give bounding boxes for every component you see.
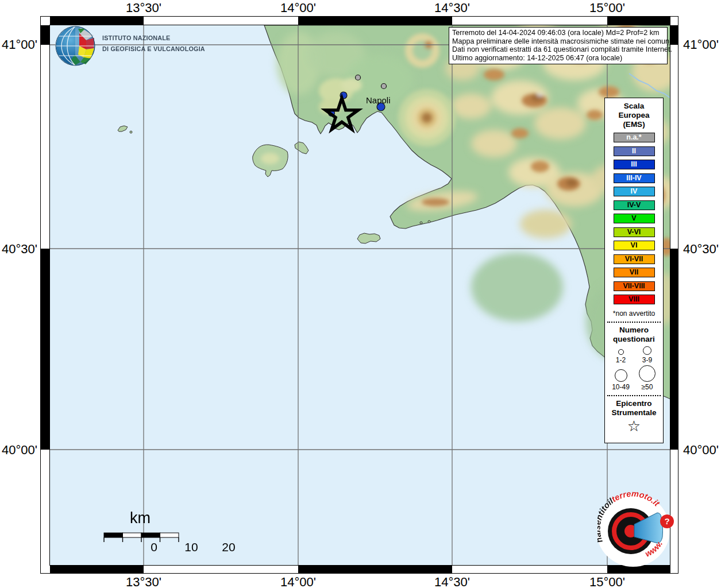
frame-segment (670, 25, 678, 45)
questionnaire-size-label: ≥50 (642, 383, 653, 391)
frame-segment (607, 17, 670, 25)
legend-title-line: Scala (624, 102, 644, 111)
frame-segment (298, 566, 452, 574)
axis-label-right: 41°00' (683, 37, 719, 52)
legend-footnote: *non avvertito (613, 310, 655, 318)
info-line: Terremoto del 14-04-2024 09:46:03 (ora l… (452, 29, 665, 37)
frame-segment (50, 17, 144, 25)
legend-title-line: (EMS) (623, 120, 645, 129)
ems-swatch: V-VI (614, 227, 655, 237)
map-canvas (50, 25, 670, 566)
questionnaire-size-label: 3-9 (642, 356, 652, 364)
epicenter-title-line: Epicentro (616, 399, 651, 408)
ems-swatch: n.a.* (614, 133, 655, 142)
question-mark: ? (664, 516, 669, 526)
ems-swatch: V (614, 214, 655, 223)
axis-label-bottom: 14°30' (434, 575, 470, 588)
axis-label-bottom: 14°00' (280, 575, 316, 588)
observation-dot-na (381, 84, 387, 89)
ingv-logo-globe (56, 26, 95, 65)
ems-swatch: IV (614, 187, 655, 196)
frame-segment (670, 249, 678, 450)
frame-segment (41, 249, 50, 450)
scale-bar-tick: 10 (184, 540, 198, 554)
ems-swatch: VI-VII (614, 254, 655, 264)
legend-separator (607, 322, 661, 323)
axis-label-left: 40°30' (1, 242, 37, 257)
scale-bar-tick: 20 (222, 540, 235, 554)
axis-label-right: 40°30' (683, 242, 719, 257)
observation-dot-na (356, 75, 361, 80)
ems-swatch: IV-V (614, 200, 655, 210)
islet (420, 222, 422, 224)
ems-swatch: VII-VIII (614, 281, 655, 291)
info-line: Dati non verificati estratti da 61 quest… (452, 45, 665, 54)
haisentito-logo: ? haisentitoilterremoto.it www. (597, 490, 678, 571)
frame-segment (298, 17, 452, 25)
questionnaire-size-label: 1-2 (616, 356, 626, 364)
legend-separator (607, 395, 661, 396)
questionnaire-title-line: questionari (613, 335, 655, 344)
ems-swatch: III-IV (614, 173, 655, 183)
frame-segment (41, 25, 50, 45)
ems-swatch-list: n.a.*IIIIIIII-IVIVIV-VVV-VIVIVI-VIIVIIVI… (614, 133, 655, 308)
legend-panel: Scala Europea (EMS) n.a.*IIIIIIII-IVIVIV… (604, 98, 664, 443)
ems-swatch: III (614, 160, 655, 169)
ems-swatch: VII (614, 268, 655, 277)
ingv-logo-line1: ISTITUTO NAZIONALE (102, 34, 170, 42)
axis-label-top: 14°00' (280, 1, 316, 16)
questionnaire-size-label: 10-49 (612, 383, 630, 391)
axis-label-top: 13°30' (126, 1, 161, 16)
info-line: Mappa preliminare delle intensità macros… (452, 37, 665, 46)
questionnaire-title-line: Numero (619, 326, 649, 335)
macroseismic-map-page: ISTITUTO NAZIONALE DI GEOFISICA E VULCAN… (0, 0, 721, 588)
islet (428, 220, 430, 223)
event-info-box: Terremoto del 14-04-2024 09:46:03 (ora l… (449, 27, 668, 64)
questionnaire-size-circle (618, 349, 624, 355)
ischia-terrain (261, 153, 279, 164)
ems-swatch: VIII (614, 295, 655, 304)
info-line: Ultimo aggiornamento: 14-12-2025 06:47 (… (452, 54, 665, 63)
axis-label-left: 40°00' (1, 443, 37, 458)
axis-label-bottom: 13°30' (126, 575, 161, 588)
axis-label-left: 41°00' (1, 37, 37, 52)
questionnaire-grid: 1-23-910-49≥50 (608, 346, 661, 391)
ems-swatch: II (614, 146, 655, 156)
axis-label-top: 15°00' (589, 1, 625, 16)
scale-bar-unit: km (130, 509, 151, 527)
axis-label-bottom: 15°00' (589, 575, 625, 588)
ems-swatch: VI (614, 241, 655, 250)
axis-label-top: 14°30' (434, 1, 470, 16)
axis-label-right: 40°00' (683, 443, 719, 458)
ingv-logo-line2: DI GEOFISICA E VULCANOLOGIA (102, 45, 205, 53)
legend-title-line: Europea (618, 111, 649, 120)
roccamonfina-volcano (405, 33, 439, 68)
frame-segment (50, 566, 144, 574)
epicenter-title-line: Strumentale (611, 408, 656, 417)
scale-bar-tick: 0 (151, 540, 157, 554)
questionnaire-size-circle (643, 346, 651, 355)
city-label-napoli: Napoli (366, 95, 391, 105)
epicenter-star-icon: ☆ (627, 419, 641, 434)
vesuvius-volcano (398, 89, 456, 146)
questionnaire-size-circle (615, 369, 627, 382)
questionnaire-size-circle (639, 365, 656, 382)
islet (130, 131, 132, 133)
